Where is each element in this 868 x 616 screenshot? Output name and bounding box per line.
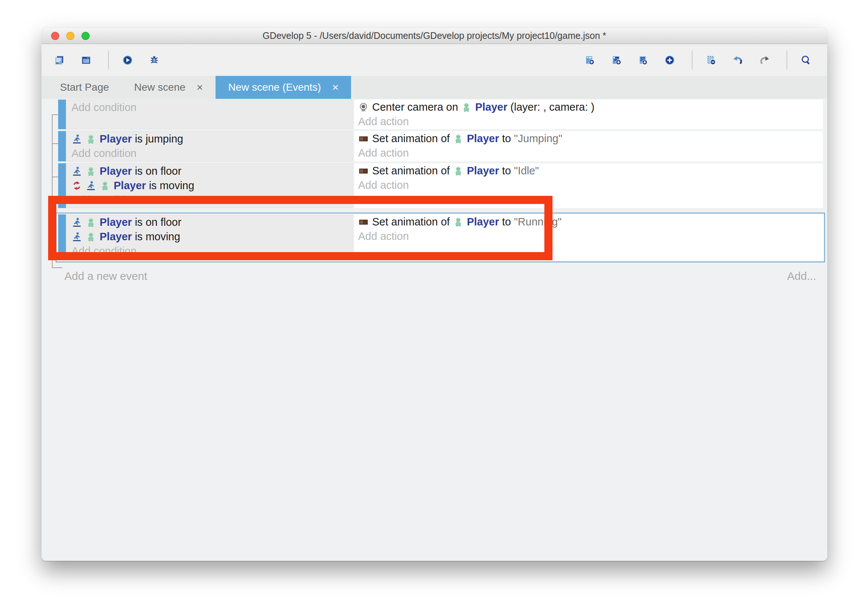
debug-button[interactable] — [145, 49, 167, 71]
animation-icon — [358, 133, 369, 144]
action-line[interactable]: Center camera on Player (layer: , camera… — [354, 100, 823, 115]
instruction-text: is moving — [146, 178, 194, 193]
add-condition-link[interactable]: Add condition — [66, 193, 354, 207]
add-subevent-icon — [611, 55, 622, 66]
close-button[interactable] — [51, 32, 59, 40]
add-condition-link[interactable]: Add condition — [66, 244, 354, 258]
object-name: Player — [467, 163, 499, 178]
action-line[interactable]: Set animation of Player to "Idle" — [354, 163, 823, 178]
event-row-selected[interactable]: Player is on floorPlayer is movingAdd co… — [55, 212, 825, 262]
player-object-icon — [85, 217, 96, 228]
add-action-link[interactable]: Add action — [354, 178, 823, 193]
player-object-icon — [85, 166, 96, 177]
instruction-text: is jumping — [132, 132, 183, 146]
tab-start-page[interactable]: Start Page — [47, 76, 121, 99]
events-sheet: Add conditionCenter camera on Player (la… — [41, 99, 827, 561]
invert-condition-icon — [71, 180, 82, 191]
scene-editor-button[interactable] — [77, 49, 99, 71]
add-condition-link[interactable]: Add condition — [66, 146, 354, 161]
toolbar-separator — [108, 50, 109, 69]
add-new-button[interactable] — [660, 49, 682, 71]
tab-new-scene[interactable]: New scene× — [121, 76, 215, 99]
event-drag-handle[interactable] — [58, 214, 66, 259]
string-parameter: "Jumping" — [514, 131, 562, 146]
event-row[interactable]: Add conditionCenter camera on Player (la… — [58, 100, 823, 129]
action-line[interactable]: Set animation of Player to "Running" — [354, 215, 824, 229]
object-name: Player — [467, 131, 499, 146]
event-row[interactable]: Player is jumpingAdd conditionSet animat… — [58, 131, 823, 162]
event-row[interactable]: Player is on floorPlayer is movingAdd co… — [58, 163, 823, 208]
actions-cell: Set animation of Player to "Jumping"Add … — [354, 131, 823, 162]
instruction-text: (layer: , camera: ) — [507, 100, 594, 115]
add-comment-icon — [638, 55, 648, 66]
window-title: GDevelop 5 - /Users/david/Documents/GDev… — [263, 30, 606, 41]
instruction-text: is moving — [132, 229, 180, 244]
add-comment-button[interactable] — [634, 49, 656, 71]
instruction-text: is on floor — [132, 215, 181, 229]
platformer-behavior-icon — [85, 180, 96, 191]
toolbar-left-group — [50, 49, 167, 71]
instruction-text: is on floor — [132, 164, 181, 178]
object-name: Player — [100, 215, 132, 229]
toolbar-separator — [786, 50, 787, 69]
search-icon — [800, 55, 811, 66]
object-name: Player — [100, 164, 132, 178]
object-name: Player — [467, 215, 499, 229]
add-action-link[interactable]: Add action — [354, 146, 823, 160]
events-footer: Add a new event Add... — [64, 270, 818, 283]
object-name: Player — [114, 178, 146, 193]
conditions-cell: Add condition — [66, 100, 354, 129]
toolbar-right-group — [581, 49, 818, 71]
window-controls — [51, 28, 90, 44]
event-drag-handle[interactable] — [58, 100, 66, 129]
project-manager-button[interactable] — [50, 49, 72, 71]
title-bar: GDevelop 5 - /Users/david/Documents/GDev… — [41, 28, 827, 44]
tab-label: New scene (Events) — [228, 82, 321, 93]
actions-cell: Center camera on Player (layer: , camera… — [354, 100, 823, 129]
add-new-icon — [664, 55, 675, 66]
add-subevent-button[interactable] — [607, 49, 629, 71]
close-tab-icon[interactable]: × — [332, 82, 339, 93]
instruction-text: Center camera on — [372, 100, 461, 115]
redo-button[interactable] — [755, 49, 777, 71]
undo-button[interactable] — [729, 49, 750, 71]
add-more-link[interactable]: Add... — [787, 270, 816, 283]
action-line[interactable]: Set animation of Player to "Jumping" — [354, 131, 823, 146]
play-button[interactable] — [118, 49, 140, 71]
remove-event-button[interactable] — [702, 49, 723, 71]
add-new-event-link[interactable]: Add a new event — [64, 270, 147, 283]
zoom-button[interactable] — [82, 32, 90, 40]
undo-icon — [733, 55, 743, 66]
object-name: Player — [100, 229, 132, 244]
platformer-behavior-icon — [71, 166, 82, 177]
close-tab-icon[interactable]: × — [197, 82, 203, 93]
player-object-icon — [100, 180, 110, 191]
add-event-button[interactable] — [581, 49, 602, 71]
instruction-text: to — [499, 131, 514, 146]
play-icon — [122, 55, 133, 66]
player-object-icon — [453, 165, 464, 176]
events-list: Add conditionCenter camera on Player (la… — [41, 99, 827, 262]
add-condition-link[interactable]: Add condition — [66, 100, 354, 115]
condition-line[interactable]: Player is on floor — [66, 215, 354, 229]
instruction-text: to — [499, 215, 514, 229]
tab-label: New scene — [134, 82, 186, 93]
tab-label: Start Page — [60, 82, 109, 93]
webcam-icon — [358, 102, 369, 113]
minimize-button[interactable] — [66, 32, 74, 40]
tab-new-scene-events[interactable]: New scene (Events)× — [215, 76, 351, 99]
conditions-cell: Player is on floorPlayer is movingAdd co… — [66, 163, 354, 208]
condition-line[interactable]: Player is on floor — [66, 164, 354, 178]
add-action-link[interactable]: Add action — [354, 229, 824, 244]
event-drag-handle[interactable] — [58, 131, 66, 162]
event-drag-handle[interactable] — [58, 163, 66, 208]
condition-line[interactable]: Player is jumping — [66, 132, 354, 146]
animation-icon — [358, 217, 369, 227]
search-button[interactable] — [797, 49, 818, 71]
condition-line[interactable]: Player is moving — [66, 178, 354, 193]
player-object-icon — [453, 217, 464, 227]
event-tree-connector — [52, 267, 62, 268]
add-action-link[interactable]: Add action — [354, 115, 823, 129]
platformer-behavior-icon — [71, 134, 82, 145]
condition-line[interactable]: Player is moving — [66, 229, 354, 244]
